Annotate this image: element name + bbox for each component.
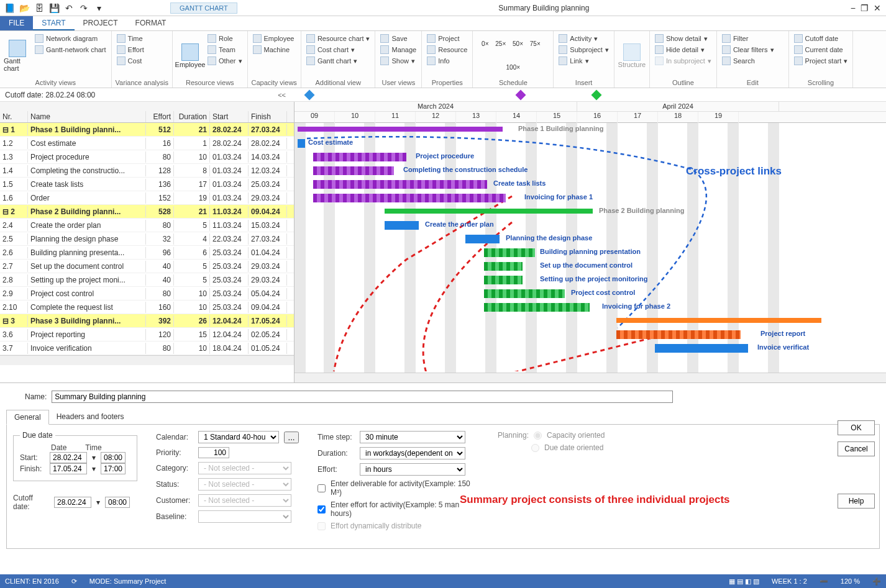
prop-resource-button[interactable]: Resource bbox=[426, 45, 468, 55]
table-row[interactable]: 1.2Cost estimate16128.02.2428.02.24 bbox=[0, 137, 294, 150]
app-icon[interactable]: 📘 bbox=[2, 1, 16, 15]
effort-activity-checkbox[interactable] bbox=[317, 505, 326, 513]
gantt-bar[interactable] bbox=[484, 262, 523, 271]
priority-input[interactable] bbox=[198, 447, 229, 458]
gantt-bar[interactable] bbox=[616, 330, 741, 339]
team-button[interactable]: Team bbox=[206, 45, 244, 55]
cap-machine-button[interactable]: Machine bbox=[252, 45, 296, 55]
filter-button[interactable]: Filter bbox=[721, 34, 775, 43]
collapse-left-icon[interactable]: << bbox=[278, 91, 286, 99]
table-row[interactable]: ⊟ 3Phase 3 Building planni...3922612.04.… bbox=[0, 314, 294, 328]
insert-activity-button[interactable]: Activity ▾ bbox=[557, 34, 610, 43]
table-row[interactable]: 1.6Order1521901.03.2429.03.24 bbox=[0, 191, 294, 205]
schedule-25x[interactable]: 25× bbox=[495, 40, 506, 47]
col-name[interactable]: Name bbox=[28, 111, 146, 122]
cutoff-time-input[interactable] bbox=[105, 497, 130, 508]
status-view-icons[interactable]: ▦ ▤ ◧ ▧ bbox=[729, 577, 759, 586]
resource-chart-button[interactable]: Resource chart ▾ bbox=[305, 34, 372, 43]
table-row[interactable]: 1.3Project procedure801001.03.2414.03.24 bbox=[0, 150, 294, 164]
table-row[interactable]: 2.4Create the order plan80511.03.2415.03… bbox=[0, 219, 294, 232]
schedule-50x[interactable]: 50× bbox=[513, 40, 523, 47]
gantt-hscroll[interactable] bbox=[295, 373, 886, 382]
variance-effort-button[interactable]: Effort bbox=[116, 45, 145, 55]
prop-info-button[interactable]: Info bbox=[426, 56, 468, 66]
gantt-bar[interactable] bbox=[616, 318, 821, 323]
save-icon[interactable]: 💾 bbox=[47, 1, 61, 15]
hide-detail-button[interactable]: Hide detail ▾ bbox=[654, 45, 713, 55]
open-icon[interactable]: 📂 bbox=[17, 1, 31, 15]
schedule-100x[interactable]: 100× bbox=[506, 64, 521, 71]
contextual-tab-gantt[interactable]: GANTT CHART bbox=[170, 2, 237, 14]
gantt-bar[interactable] bbox=[484, 289, 565, 298]
calendar-select[interactable]: 1 Standard 40-hour work bbox=[198, 431, 279, 443]
gantt-bar[interactable] bbox=[298, 127, 503, 132]
effort-select[interactable]: in hours bbox=[360, 463, 465, 476]
zoom-out-button[interactable]: ➖ bbox=[820, 577, 828, 586]
col-duration[interactable]: Duration bbox=[174, 111, 210, 122]
gantt-bar[interactable] bbox=[655, 344, 748, 353]
gantt-bar[interactable] bbox=[313, 153, 406, 161]
ok-button[interactable]: OK bbox=[838, 420, 875, 435]
scroll-current-button[interactable]: Current date bbox=[793, 45, 849, 55]
employee-button[interactable]: Employee bbox=[176, 34, 204, 78]
help-button[interactable]: Help bbox=[838, 494, 875, 509]
undo-icon[interactable]: ↶ bbox=[62, 1, 76, 15]
col-nr[interactable]: Nr. bbox=[0, 111, 28, 122]
table-row[interactable]: ⊟ 2Phase 2 Building planni...5282111.03.… bbox=[0, 205, 294, 219]
close-button[interactable]: ✕ bbox=[874, 3, 881, 13]
table-row[interactable]: 2.6Building planning presenta...96625.03… bbox=[0, 246, 294, 260]
table-row[interactable]: ⊟ 1Phase 1 Building planni...5122128.02.… bbox=[0, 123, 294, 137]
structure-button[interactable]: Structure bbox=[618, 34, 646, 78]
grid-hscroll[interactable] bbox=[0, 355, 294, 365]
timestep-select[interactable]: 30 minute bbox=[360, 431, 465, 443]
gantt-chart-button[interactable]: Gantt chart bbox=[4, 34, 31, 78]
eraser2-icon[interactable] bbox=[780, 43, 785, 52]
variance-cost-button[interactable]: Cost bbox=[116, 56, 145, 66]
eraser-icon[interactable] bbox=[780, 34, 785, 42]
deliverable-checkbox[interactable] bbox=[317, 484, 326, 492]
gantt-network-chart-button[interactable]: Gantt-network chart bbox=[34, 45, 107, 55]
clear-filters-button[interactable]: Clear filters ▾ bbox=[721, 45, 775, 55]
scroll-cutoff-button[interactable]: Cutoff date bbox=[793, 34, 849, 43]
tab-general[interactable]: General bbox=[6, 410, 49, 425]
other-button[interactable]: Other ▾ bbox=[206, 56, 244, 66]
table-row[interactable]: 3.7Invoice verification801018.04.2401.05… bbox=[0, 341, 294, 355]
gantt-bar[interactable] bbox=[313, 180, 487, 189]
calendar-browse-button[interactable]: ... bbox=[284, 432, 299, 443]
save-all-icon[interactable]: 🗄 bbox=[32, 1, 46, 15]
gantt-bar[interactable] bbox=[465, 235, 500, 243]
col-effort[interactable]: Effort bbox=[146, 111, 174, 122]
network-diagram-button[interactable]: Network diagram bbox=[34, 34, 107, 43]
uv-manage-button[interactable]: Manage bbox=[379, 45, 418, 55]
tab-file[interactable]: FILE bbox=[0, 16, 33, 30]
table-row[interactable]: 2.10Complete the request list1601025.03.… bbox=[0, 301, 294, 314]
tab-start[interactable]: START bbox=[33, 16, 74, 30]
show-detail-button[interactable]: Show detail ▾ bbox=[654, 34, 713, 43]
start-date-input[interactable] bbox=[50, 452, 87, 463]
tab-project[interactable]: PROJECT bbox=[75, 16, 127, 30]
finish-date-input[interactable] bbox=[50, 463, 87, 474]
tab-format[interactable]: FORMAT bbox=[127, 16, 175, 30]
role-button[interactable]: Role bbox=[206, 34, 244, 43]
status-refresh-icon[interactable]: ⟳ bbox=[71, 577, 77, 586]
uv-show-button[interactable]: Show ▾ bbox=[379, 56, 418, 66]
table-row[interactable]: 3.6Project reporting1201512.04.2402.05.2… bbox=[0, 328, 294, 341]
redo-icon[interactable]: ↷ bbox=[77, 1, 91, 15]
table-row[interactable]: 2.5Planning the design phase32422.03.242… bbox=[0, 232, 294, 246]
add-gantt-chart-button[interactable]: Gantt chart ▾ bbox=[305, 56, 372, 66]
search-button[interactable]: Search bbox=[721, 56, 775, 66]
gantt-bar[interactable] bbox=[313, 166, 394, 175]
maximize-button[interactable]: ❐ bbox=[861, 3, 869, 13]
table-row[interactable]: 2.9Project cost control801025.03.2405.04… bbox=[0, 287, 294, 301]
gantt-bar[interactable] bbox=[484, 248, 535, 257]
cap-employee-button[interactable]: Employee bbox=[252, 34, 296, 43]
prop-project-button[interactable]: Project bbox=[426, 34, 468, 43]
schedule-75x[interactable]: 75× bbox=[530, 40, 541, 47]
cutoff-date-input[interactable] bbox=[54, 497, 91, 508]
insert-link-button[interactable]: Link ▾ bbox=[557, 56, 610, 66]
scroll-pstart-button[interactable]: Project start ▾ bbox=[793, 56, 849, 66]
tab-headers[interactable]: Headers and footers bbox=[49, 410, 132, 425]
start-time-input[interactable] bbox=[101, 452, 126, 463]
gantt-bar[interactable] bbox=[385, 209, 593, 214]
uv-save-button[interactable]: Save bbox=[379, 34, 418, 43]
